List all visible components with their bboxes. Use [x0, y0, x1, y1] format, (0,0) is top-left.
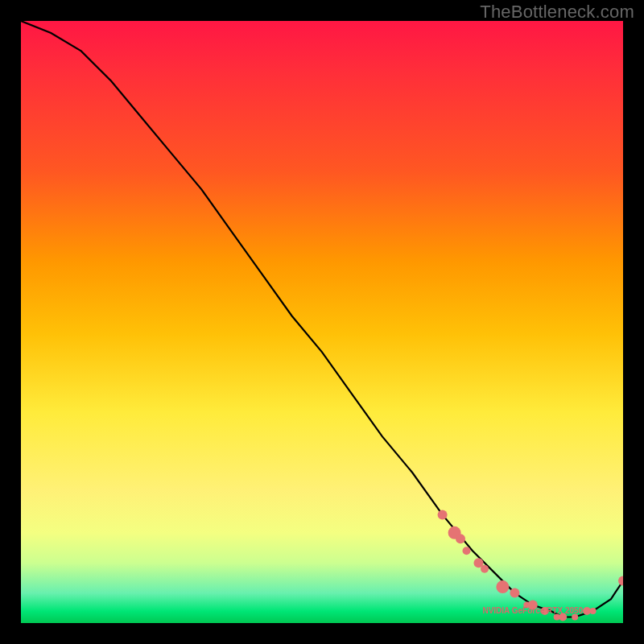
watermark-text: TheBottleneck.com	[480, 2, 634, 23]
chart-gradient-background	[21, 21, 623, 623]
